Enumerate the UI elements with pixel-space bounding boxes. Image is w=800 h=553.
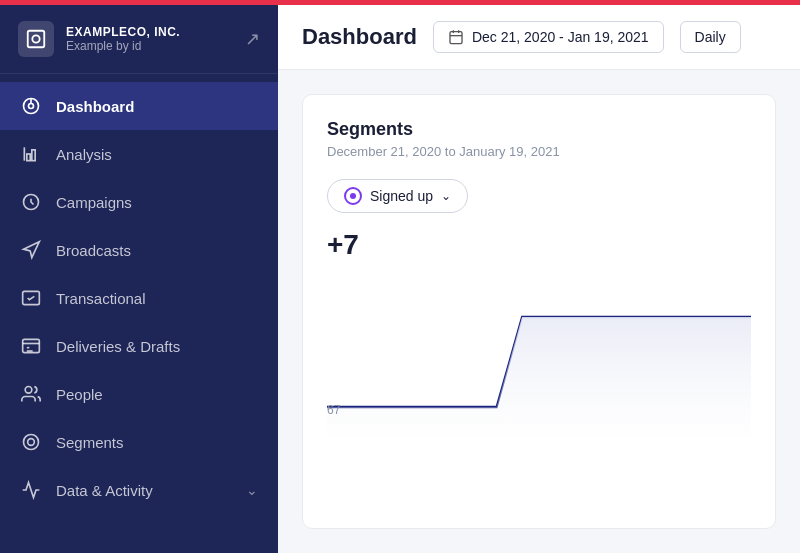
svg-point-14: [25, 387, 32, 394]
main-body: Segments December 21, 2020 to January 19…: [278, 70, 800, 553]
sidebar-nav: Dashboard Analysis: [0, 74, 278, 553]
sidebar-item-campaigns[interactable]: Campaigns: [0, 178, 278, 226]
sidebar-item-label: Campaigns: [56, 194, 258, 211]
svg-rect-6: [27, 154, 30, 161]
sidebar-item-broadcasts[interactable]: Broadcasts: [0, 226, 278, 274]
svg-rect-0: [28, 31, 45, 48]
sidebar-item-label: Transactional: [56, 290, 258, 307]
sidebar-item-dashboard[interactable]: Dashboard: [0, 82, 278, 130]
chevron-down-icon: ⌄: [441, 189, 451, 203]
date-range-button[interactable]: Dec 21, 2020 - Jan 19, 2021: [433, 21, 664, 53]
sidebar-item-data-activity[interactable]: Data & Activity ⌄: [0, 466, 278, 514]
chevron-down-icon: ⌄: [246, 482, 258, 498]
deliveries-icon: [20, 335, 42, 357]
svg-point-15: [24, 435, 39, 450]
people-icon: [20, 383, 42, 405]
org-info: EXAMPLECO, INC. Example by id: [66, 25, 233, 53]
dashboard-icon: [20, 95, 42, 117]
broadcasts-icon: [20, 239, 42, 261]
svg-point-3: [29, 104, 34, 109]
sidebar-item-deliveries[interactable]: Deliveries & Drafts: [0, 322, 278, 370]
granularity-label: Daily: [695, 29, 726, 45]
sidebar-item-label: Deliveries & Drafts: [56, 338, 258, 355]
org-name: EXAMPLECO, INC.: [66, 25, 233, 39]
sidebar-item-label: Analysis: [56, 146, 258, 163]
calendar-icon: [448, 29, 464, 45]
chart-y-label: 67: [327, 403, 340, 417]
svg-marker-21: [327, 317, 751, 437]
main-content: Dashboard Dec 21, 2020 - Jan 19, 2021 Da…: [278, 5, 800, 553]
segments-card: Segments December 21, 2020 to January 19…: [302, 94, 776, 529]
date-range-label: Dec 21, 2020 - Jan 19, 2021: [472, 29, 649, 45]
sidebar-item-analysis[interactable]: Analysis: [0, 130, 278, 178]
sidebar-item-transactional[interactable]: Transactional: [0, 274, 278, 322]
sidebar-item-label: Data & Activity: [56, 482, 232, 499]
svg-rect-7: [32, 150, 35, 161]
analysis-icon: [20, 143, 42, 165]
svg-point-16: [28, 439, 35, 446]
segment-dropdown-button[interactable]: Signed up ⌄: [327, 179, 468, 213]
svg-point-1: [32, 35, 39, 42]
org-sub: Example by id: [66, 39, 233, 53]
sidebar-item-label: People: [56, 386, 258, 403]
card-title: Segments: [327, 119, 751, 140]
data-activity-icon: [20, 479, 42, 501]
segments-icon: [20, 431, 42, 453]
sidebar-item-label: Dashboard: [56, 98, 258, 115]
sidebar-item-people[interactable]: People: [0, 370, 278, 418]
cursor-icon: ↗: [245, 28, 260, 50]
main-header: Dashboard Dec 21, 2020 - Jan 19, 2021 Da…: [278, 5, 800, 70]
card-subtitle: December 21, 2020 to January 19, 2021: [327, 144, 751, 159]
granularity-button[interactable]: Daily: [680, 21, 741, 53]
sidebar: EXAMPLECO, INC. Example by id ↗ Dashboar…: [0, 5, 278, 553]
sidebar-item-segments[interactable]: Segments: [0, 418, 278, 466]
chart-area: 67: [327, 277, 751, 437]
sidebar-item-label: Segments: [56, 434, 258, 451]
chart-svg: [327, 277, 751, 437]
page-title: Dashboard: [302, 24, 417, 50]
segment-label: Signed up: [370, 188, 433, 204]
segment-dot-icon: [344, 187, 362, 205]
sidebar-item-label: Broadcasts: [56, 242, 258, 259]
sidebar-header: EXAMPLECO, INC. Example by id ↗: [0, 5, 278, 74]
transactional-icon: [20, 287, 42, 309]
org-logo: [18, 21, 54, 57]
metric-value: +7: [327, 229, 751, 261]
svg-rect-17: [450, 32, 462, 44]
campaigns-icon: [20, 191, 42, 213]
